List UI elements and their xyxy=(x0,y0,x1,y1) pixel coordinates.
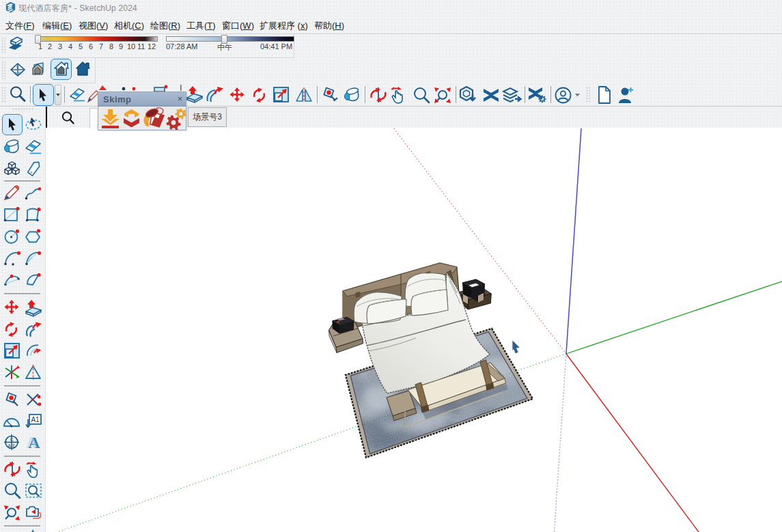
svg-text:C: C xyxy=(10,437,14,442)
svg-text:A·E: A·E xyxy=(14,71,21,75)
svg-text:C: C xyxy=(16,65,20,69)
svg-text:A1: A1 xyxy=(31,416,40,423)
svg-text:A: A xyxy=(26,434,38,451)
svg-text:A·E: A·E xyxy=(8,443,16,448)
